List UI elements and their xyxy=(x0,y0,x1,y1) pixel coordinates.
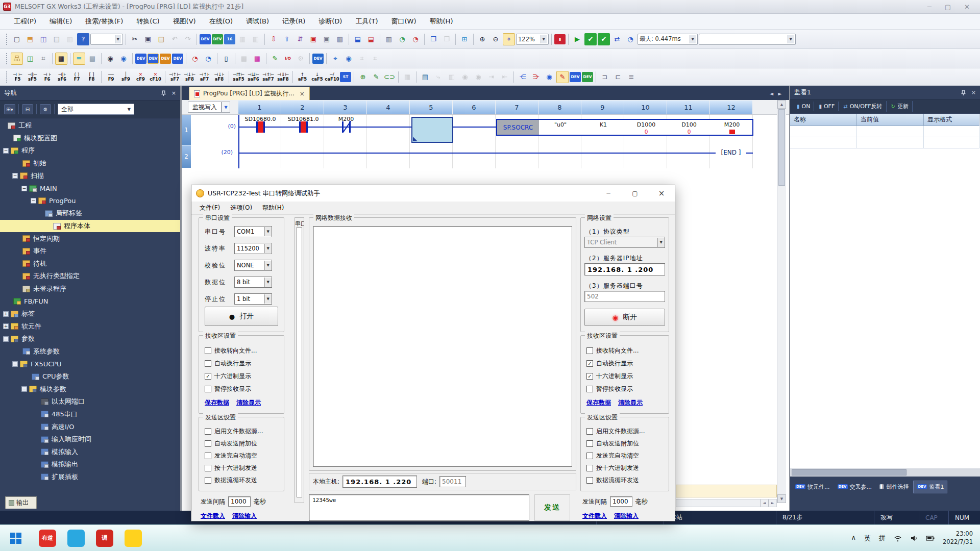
statement-icon[interactable]: ▤ xyxy=(419,71,431,83)
extra-combo[interactable] xyxy=(699,34,796,45)
scrollbar-thumb[interactable] xyxy=(792,469,906,475)
zoom-in-icon[interactable]: ⊕ xyxy=(476,33,488,45)
tab-scroll-right-icon[interactable]: ► xyxy=(778,91,782,96)
tree-item[interactable]: − 模块参数 xyxy=(0,383,180,395)
selected-cell[interactable] xyxy=(411,117,453,143)
find-gray2-icon[interactable]: ◉ xyxy=(472,71,484,83)
tree-item[interactable]: CPU参数 xyxy=(0,370,180,383)
checkbox-row[interactable]: 接收转向文件... xyxy=(586,346,639,355)
local-port-value[interactable]: 50011 xyxy=(439,476,466,487)
local-host-ip[interactable]: 192.168. 1 .220 xyxy=(342,475,417,488)
find-gray-icon[interactable]: ◉ xyxy=(459,71,471,83)
vertical-line-tool[interactable]: │sF9 xyxy=(119,69,133,84)
logging-icon[interactable]: ◔ xyxy=(396,33,408,45)
watch-cell[interactable] xyxy=(924,137,979,148)
device-comment-icon[interactable]: DEV xyxy=(135,54,146,64)
device-zoom-icon[interactable]: DEV xyxy=(570,72,581,82)
module-save-icon[interactable]: ◫ xyxy=(24,53,36,65)
pulse-falling-branch-tool[interactable]: ⊣↓⊦aF8 xyxy=(212,69,226,84)
device-batch-icon[interactable]: DEV xyxy=(160,54,171,64)
monitor-stop-icon[interactable]: ⬓ xyxy=(365,33,377,45)
table-gray-icon[interactable]: ▦ xyxy=(401,71,413,83)
scroll-up-icon[interactable]: ▲ xyxy=(777,100,786,109)
settings-gray-icon[interactable]: ⚙ xyxy=(295,53,307,65)
checkbox-row[interactable]: 启用文件数据源... xyxy=(205,427,263,436)
dialog-maximize-button[interactable]: ▢ xyxy=(622,185,648,202)
horizontal-line-tool[interactable]: ──F9 xyxy=(104,69,118,84)
tree-item[interactable]: + 软元件 xyxy=(0,320,180,333)
tree-item[interactable]: 模拟输入 xyxy=(0,445,180,458)
open-port-button[interactable]: ● 打开 xyxy=(205,307,278,326)
pulse-rising-branch-tool[interactable]: ⊣↑⊦aF7 xyxy=(198,69,211,84)
tree-item[interactable]: − MAIN xyxy=(0,182,180,195)
tab-scroll-left-icon[interactable]: ◄ xyxy=(770,91,774,96)
scroll-left-icon[interactable]: ◄ xyxy=(760,499,768,507)
output-tab[interactable]: 输出 xyxy=(5,496,37,509)
serial-setting-combo[interactable]: NONE xyxy=(234,260,272,271)
checkbox-row[interactable]: 自动换行显示 xyxy=(205,359,257,368)
file-load-link[interactable]: 文件载入 xyxy=(201,512,225,520)
pin-icon[interactable] xyxy=(961,90,966,95)
device-search-icon[interactable]: ⌖ xyxy=(329,53,341,65)
zoom-level-combo[interactable]: 122% xyxy=(516,34,549,45)
send-interval-input[interactable]: 1000 xyxy=(228,496,251,507)
edit-coil-icon[interactable]: ⊂⊃ xyxy=(383,71,396,83)
watch-cell[interactable] xyxy=(857,137,924,148)
dialog-menu-item[interactable]: 选项(O) xyxy=(225,202,257,214)
tree-filter-combo[interactable]: 全部 xyxy=(58,104,134,115)
menu-item[interactable]: 搜索/替换(F) xyxy=(79,15,130,28)
watch-cell[interactable] xyxy=(857,126,924,137)
rising-tool[interactable]: ↑aF5 xyxy=(296,69,309,84)
device-hex-icon[interactable]: 16 xyxy=(224,34,235,44)
tree-item[interactable]: 模拟输出 xyxy=(0,458,180,471)
tree-item[interactable]: 程序本体 xyxy=(0,220,180,233)
taskbar-clock[interactable]: 23:00 2022/7/31 xyxy=(943,530,973,546)
verify-plc-icon[interactable]: ⇵ xyxy=(294,33,306,45)
outline-window-icon[interactable]: ≡ xyxy=(73,53,85,65)
tab-element-selection[interactable]: ▋部件选择 xyxy=(876,481,912,493)
tree-expand-box[interactable]: − xyxy=(31,198,36,204)
plc-diagnostics-icon[interactable]: ▣ xyxy=(307,33,320,45)
monitor-start-icon[interactable]: ⬓ xyxy=(352,33,364,45)
save-data-link[interactable]: 保存数据 xyxy=(586,398,611,407)
checkbox[interactable] xyxy=(586,386,593,392)
help-icon[interactable]: ? xyxy=(77,33,89,45)
watch-window-icon[interactable]: ▥ xyxy=(383,33,395,45)
checkbox-row[interactable]: 启用文件数据源... xyxy=(586,427,645,436)
send-textarea[interactable]: 12345we xyxy=(309,494,529,521)
pulse-ne-branch-tool[interactable]: ⊣⇑⊢saF7 xyxy=(261,69,275,84)
tray-lang-icon[interactable]: 英 xyxy=(864,534,871,543)
checkbox[interactable] xyxy=(586,465,593,471)
save-data-link[interactable]: 保存数据 xyxy=(205,398,229,407)
tree-expand-icon[interactable]: ⊞▾ xyxy=(4,104,15,114)
menu-item[interactable]: 诊断(D) xyxy=(312,15,349,28)
watch-close-icon[interactable]: × xyxy=(971,89,976,96)
nc-contact[interactable] xyxy=(342,121,351,133)
indent-gray-icon[interactable]: ⇥ xyxy=(485,71,498,83)
zoom-out-icon[interactable]: ⊖ xyxy=(489,33,502,45)
tree-expand-box[interactable]: + xyxy=(3,311,9,317)
menu-item[interactable]: 工程(P) xyxy=(7,15,43,28)
toolbar-grip[interactable] xyxy=(6,53,8,64)
io-check-icon[interactable]: I/O xyxy=(282,54,293,64)
serial-setting-combo[interactable]: COM1 xyxy=(234,226,272,237)
send-interval-input[interactable]: 1000 xyxy=(610,496,632,507)
tree-item[interactable]: 系统参数 xyxy=(0,345,180,358)
clear-input-link[interactable]: 清除输入 xyxy=(232,512,257,520)
monitor-edit-icon[interactable]: ✎ xyxy=(556,71,569,83)
pulse-ne-close-tool[interactable]: ⊣⇊⊢saF6 xyxy=(247,69,260,84)
taskbar-usr-app-icon[interactable] xyxy=(125,530,142,547)
menu-item[interactable]: 窗口(W) xyxy=(385,15,423,28)
plc-module-icon[interactable]: ▮ xyxy=(554,34,566,44)
tree-expand-box[interactable]: − xyxy=(3,336,9,342)
end-instruction[interactable]: [END ] xyxy=(716,149,746,156)
tree-item[interactable]: − FX5UCPU xyxy=(0,358,180,370)
watch-horizontal-scrollbar[interactable] xyxy=(790,468,980,477)
tree-expand-box[interactable]: − xyxy=(21,386,27,392)
taskbar-browser-icon[interactable] xyxy=(67,530,85,547)
dialog-menu-item[interactable]: 帮助(H) xyxy=(257,202,289,214)
tree-item[interactable]: 模块配置图 xyxy=(0,132,180,145)
checkbox-row[interactable]: 自动发送附加位 xyxy=(586,439,645,448)
document-icon[interactable]: ▯ xyxy=(220,53,232,65)
window-maximize-button[interactable]: ▢ xyxy=(945,3,951,11)
